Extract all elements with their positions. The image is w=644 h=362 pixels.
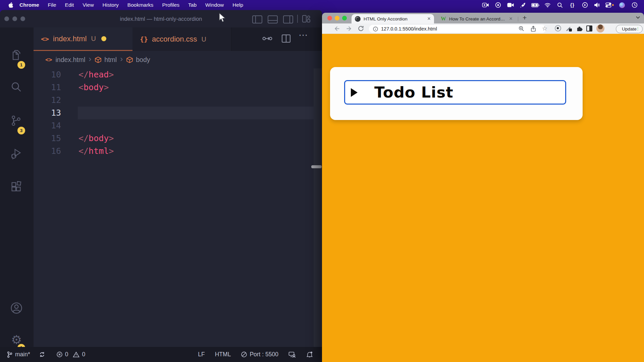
forward-icon[interactable]: [345, 25, 353, 32]
dark-mode-extension-icon[interactable]: [586, 25, 592, 32]
share-icon[interactable]: [531, 26, 536, 32]
details-marker-icon: [351, 88, 358, 97]
braces-icon[interactable]: {}: [566, 0, 579, 10]
profile-avatar[interactable]: [596, 24, 604, 33]
spotlight-icon[interactable]: [554, 0, 566, 10]
error-count: 0: [65, 351, 68, 358]
problems-status[interactable]: 0 0: [56, 351, 85, 358]
code-line-13[interactable]: 13: [34, 107, 314, 119]
menu-help[interactable]: Help: [228, 2, 248, 8]
menu-chrome[interactable]: Chrome: [15, 2, 44, 8]
tab-close-icon[interactable]: ×: [427, 15, 431, 22]
chrome-zoom-button[interactable]: [342, 16, 347, 20]
line-number: 12: [37, 94, 61, 107]
git-branch-status[interactable]: main*: [7, 351, 30, 358]
wifi-icon[interactable]: [541, 0, 554, 10]
color-picker-extension-icon[interactable]: [566, 25, 572, 32]
web-page: Todo List: [322, 34, 644, 362]
menu-profiles[interactable]: Profiles: [158, 2, 184, 8]
editor-tab-index.html[interactable]: <>index.htmlU: [34, 27, 132, 51]
record-icon[interactable]: [492, 0, 504, 10]
editor-tab-accordion.css[interactable]: {}accordion.cssU: [132, 27, 231, 51]
open-changes-icon[interactable]: [262, 33, 273, 44]
tab-close-icon[interactable]: ×: [509, 15, 513, 22]
vscode-status-bar: main* 0 0 LF HTML: [0, 347, 322, 362]
toggle-secondary-sidebar-icon[interactable]: [283, 15, 293, 23]
editor[interactable]: 10</head>11<body>12131415</body>16</html…: [34, 68, 314, 357]
clock-icon[interactable]: [628, 0, 641, 10]
menu-edit[interactable]: Edit: [61, 2, 78, 8]
bookmark-star-icon[interactable]: ☆: [542, 26, 547, 31]
eol-indicator[interactable]: LF: [198, 351, 205, 358]
line-number: 16: [37, 145, 61, 158]
siri-icon[interactable]: [616, 0, 628, 10]
code-line-14[interactable]: 14: [34, 119, 314, 132]
source-control-icon[interactable]: [10, 115, 23, 128]
new-tab-button[interactable]: +: [523, 14, 527, 22]
sync-status[interactable]: [39, 351, 48, 358]
chrome-close-button[interactable]: [327, 16, 332, 20]
code-line-15[interactable]: 15</body>: [34, 132, 314, 145]
unsaved-dot-icon: [101, 36, 106, 41]
explorer-icon[interactable]: [10, 49, 23, 62]
battery-icon[interactable]: [529, 0, 541, 10]
editor-scrollbar[interactable]: [314, 68, 322, 357]
play-circle-icon[interactable]: [579, 0, 591, 10]
rocket-icon[interactable]: [517, 0, 529, 10]
zoom-page-icon[interactable]: [519, 26, 524, 32]
tab-favicon-wikihow-icon: W: [441, 16, 446, 22]
update-button[interactable]: Update ⋮: [616, 25, 643, 33]
code-line-16[interactable]: 16</html>: [34, 145, 314, 158]
menu-view[interactable]: View: [78, 2, 98, 8]
menu-bookmarks[interactable]: Bookmarks: [123, 2, 158, 8]
toggle-primary-sidebar-icon[interactable]: [252, 15, 262, 23]
password-manager-extension-icon[interactable]: [555, 25, 561, 32]
search-icon[interactable]: [10, 81, 23, 95]
code-text: </html>: [78, 145, 114, 158]
menu-history[interactable]: History: [98, 2, 123, 8]
editor-more-actions-icon[interactable]: ⋯: [299, 29, 308, 41]
extensions-icon[interactable]: [10, 180, 23, 194]
back-icon[interactable]: [333, 25, 340, 32]
resize-sash-handle[interactable]: [311, 165, 322, 168]
toggle-panel-icon[interactable]: [268, 15, 278, 23]
line-number: 11: [37, 81, 61, 94]
camera-icon[interactable]: [504, 0, 517, 10]
code-line-12[interactable]: 12: [34, 94, 314, 107]
vscode-tab-bar: <>index.htmlU{}accordion.cssU: [34, 27, 322, 51]
chrome-window: HTML Only Accordion×WHow To Create an Ac…: [322, 13, 644, 362]
tab-modifier: U: [91, 35, 96, 43]
browser-menu-dots-icon: ⋮: [636, 26, 640, 31]
breadcrumb-item-index.html[interactable]: <>index.html: [45, 56, 85, 64]
extensions-puzzle-icon[interactable]: [576, 25, 583, 32]
control-center-icon[interactable]: [603, 0, 616, 10]
account-icon[interactable]: [10, 302, 23, 315]
menu-tab[interactable]: Tab: [184, 2, 201, 8]
vscode-title-bar: index.html — html-only-accordion: [0, 10, 322, 27]
breadcrumb-item-html[interactable]: html: [95, 56, 117, 64]
tab-search-chevron-icon[interactable]: [636, 16, 640, 19]
apple-menu-icon[interactable]: [8, 2, 13, 8]
language-mode[interactable]: HTML: [215, 351, 231, 358]
menu-window[interactable]: Window: [201, 2, 228, 8]
browser-tab-2[interactable]: WHow To Create an Accordion×: [437, 14, 516, 23]
live-share-icon[interactable]: [288, 351, 298, 358]
screen-record-icon[interactable]: [479, 0, 492, 10]
notifications-bell-icon[interactable]: [306, 351, 315, 358]
live-server-port[interactable]: Port : 5500: [241, 351, 278, 358]
browser-tab-1[interactable]: HTML Only Accordion×: [352, 14, 434, 23]
split-editor-icon[interactable]: [281, 34, 291, 44]
volume-icon[interactable]: [591, 0, 603, 10]
reload-icon[interactable]: [358, 25, 364, 32]
explorer-badge: 1: [17, 61, 25, 69]
customize-layout-icon[interactable]: [302, 15, 311, 23]
run-debug-icon[interactable]: [10, 147, 23, 161]
code-text: </head>: [78, 68, 114, 81]
accordion-summary[interactable]: Todo List: [344, 80, 566, 105]
code-line-11[interactable]: 11<body>: [34, 81, 314, 94]
breadcrumb-item-body[interactable]: body: [126, 56, 150, 64]
code-line-10[interactable]: 10</head>: [34, 68, 314, 81]
menu-file[interactable]: File: [44, 2, 61, 8]
chrome-minimize-button[interactable]: [335, 16, 339, 20]
source-control-badge: 3: [17, 127, 25, 134]
